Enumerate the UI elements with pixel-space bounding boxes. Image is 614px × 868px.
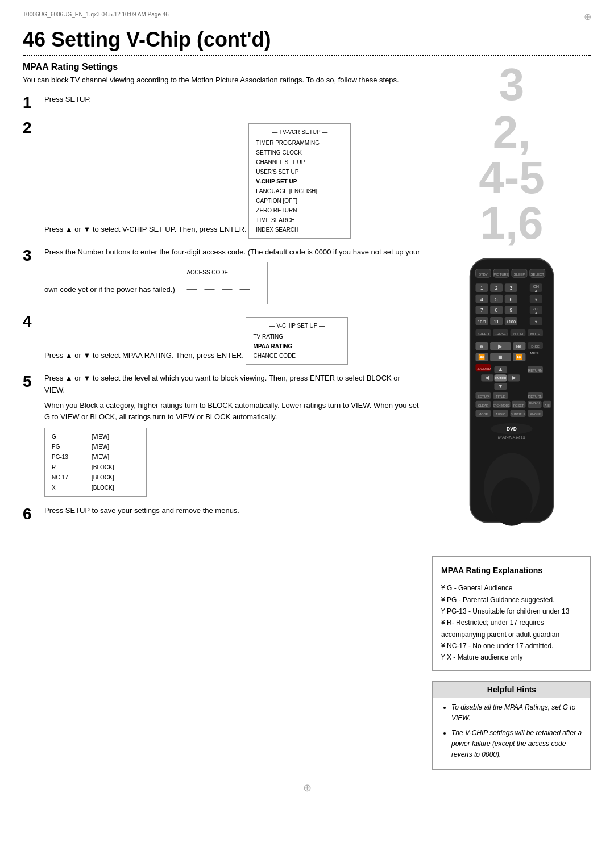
step-4-num: 4 (23, 314, 39, 329)
step-1-num: 1 (23, 95, 39, 111)
step-3-num: 3 (23, 248, 39, 264)
svg-text:SELECT: SELECT (530, 272, 544, 276)
svg-text:◀: ◀ (485, 374, 489, 381)
rating-value-x: [BLOCK] (92, 483, 114, 493)
svg-text:7: 7 (480, 307, 483, 313)
mpaa-item-x: X - Mature audience only (441, 652, 582, 663)
rating-value-r: [BLOCK] (92, 462, 114, 473)
menu2-item-2: MPAA RATING (253, 341, 341, 351)
svg-text:▶: ▶ (498, 343, 503, 349)
svg-text:SRCH MODE: SRCH MODE (493, 404, 511, 407)
left-column: MPAA Rating Settings You can block TV ch… (23, 62, 421, 770)
rating-label-g: G (52, 432, 74, 442)
page-header: T0006UG_6006UG_EN_1.qx3 04.5.12 10:09 AM… (23, 11, 591, 22)
big-number-2: 2, (493, 110, 531, 155)
svg-text:⏮: ⏮ (479, 343, 484, 349)
svg-text:MUTE: MUTE (530, 332, 540, 336)
svg-text:▼: ▼ (498, 383, 504, 389)
step-5-row: 5 Press ▲ or ▼ to select the level at wh… (23, 373, 421, 497)
mpaa-explanations-box: MPAA Rating Explanations G - General Aud… (432, 556, 591, 671)
svg-text:RETURN: RETURN (528, 394, 542, 398)
menu1-item-8: ZERO RETURN (256, 206, 343, 215)
step-4-menu: — V-CHIP SET UP — TV RATING MPAA RATING … (246, 317, 348, 365)
svg-text:RETURN: RETURN (528, 368, 542, 372)
menu1-item-2: SETTING CLOCK (256, 148, 343, 157)
divider (23, 55, 591, 56)
svg-text:9: 9 (509, 307, 512, 313)
rating-value-nc17: [BLOCK] (92, 473, 114, 483)
file-info: T0006UG_6006UG_EN_1.qx3 04.5.12 10:09 AM… (23, 11, 169, 22)
rating-value-pg: [VIEW] (92, 442, 109, 452)
rating-label-nc17: NC-17 (52, 473, 74, 483)
svg-text:TITLE: TITLE (496, 394, 505, 398)
menu1-item-4: USER'S SET UP (256, 167, 343, 177)
step-6-text: Press SETUP to save your settings and re… (44, 506, 239, 515)
menu2-item-1: TV RATING (253, 332, 341, 341)
step-5-num: 5 (23, 374, 39, 390)
rating-label-pg13: PG-13 (52, 452, 74, 462)
svg-text:5: 5 (495, 297, 498, 302)
svg-text:▲: ▲ (534, 310, 538, 315)
step-1-content: Press SETUP. (44, 94, 421, 105)
svg-text:DVD: DVD (507, 426, 517, 432)
step-6-content: Press SETUP to save your settings and re… (44, 505, 421, 516)
svg-text:SLEEP: SLEEP (514, 272, 525, 276)
step-4-row: 4 Press ▲ or ▼ to select MPAA RATING. Th… (23, 312, 421, 365)
svg-text:▼: ▼ (534, 319, 538, 324)
svg-text:3: 3 (509, 285, 512, 291)
section-title: MPAA Rating Settings (23, 62, 421, 72)
mpaa-box-title: MPAA Rating Explanations (441, 564, 582, 578)
mpaa-item-pg13: PG-13 - Unsuitable for children under 13 (441, 606, 582, 617)
menu1-item-7: CAPTION [OFF] (256, 196, 343, 206)
svg-text:DISC: DISC (531, 344, 540, 348)
big-number-45: 4-5 (479, 155, 545, 201)
hint-item-2: The V-CHIP settings will be retained aft… (451, 728, 582, 761)
svg-text:C-RESET: C-RESET (493, 332, 508, 336)
access-code-dashes: — — — — (186, 281, 252, 298)
svg-text:▲: ▲ (498, 366, 504, 372)
step-2-menu: — TV-VCR SETUP — TIMER PROGRAMMING SETTI… (248, 123, 351, 239)
step-2-num: 2 (23, 120, 39, 136)
svg-text:10/0: 10/0 (478, 319, 486, 324)
svg-text:⏪: ⏪ (478, 353, 486, 361)
svg-text:SPEED: SPEED (478, 332, 489, 336)
rating-row-nc17: NC-17 [BLOCK] (52, 473, 139, 483)
svg-text:AUDIO: AUDIO (496, 412, 505, 416)
step-2-row: 2 Press ▲ or ▼ to select V-CHIP SET UP. … (23, 119, 421, 239)
hints-list: To disable all the MPAA Ratings, set G t… (441, 702, 582, 760)
svg-text:CLEAR: CLEAR (478, 404, 488, 407)
menu1-item-10: INDEX SEARCH (256, 225, 343, 235)
svg-text:RECORD: RECORD (476, 366, 491, 370)
svg-text:6: 6 (509, 297, 512, 302)
page-title: 46 Setting V-Chip (cont'd) (23, 28, 591, 52)
step-5-text2: When you Block a category, higher rating… (44, 400, 421, 424)
rating-label-r: R (52, 462, 74, 473)
menu2-title: — V-CHIP SET UP — (253, 321, 341, 331)
remote-control: STBY PICTURE SLEEP SELECT 1 2 3 CH ▲ (449, 252, 574, 545)
rating-label-pg: PG (52, 442, 74, 452)
svg-text:▲: ▲ (534, 288, 538, 293)
svg-text:⏭: ⏭ (516, 343, 522, 349)
rating-label-x: X (52, 483, 74, 493)
rating-row-g: G [VIEW] (52, 432, 139, 442)
svg-text:▶: ▶ (512, 374, 516, 381)
svg-text:PICTURE: PICTURE (493, 272, 509, 276)
svg-text:ANGLE: ANGLE (530, 412, 541, 416)
crosshair-top: ⊕ (584, 11, 591, 22)
svg-text:STBY: STBY (479, 272, 488, 276)
svg-text:⏩: ⏩ (516, 353, 523, 361)
rating-value-pg13: [VIEW] (92, 452, 109, 462)
step-2-text: Press ▲ or ▼ to select V-CHIP SET UP. Th… (44, 225, 247, 233)
mpaa-item-nc17: NC-17 - No one under 17 admitted. (441, 640, 582, 652)
svg-text:A-B: A-B (545, 404, 550, 407)
rating-row-x: X [BLOCK] (52, 483, 139, 493)
step-5-text1: Press ▲ or ▼ to select the level at whic… (44, 373, 421, 397)
rating-row-r: R [BLOCK] (52, 462, 139, 473)
step-3-row: 3 Press the Number buttons to enter the … (23, 247, 421, 305)
svg-text:4: 4 (480, 297, 483, 302)
section-intro: You can block TV channel viewing accordi… (23, 74, 421, 86)
svg-text:ENTER: ENTER (495, 376, 507, 380)
menu1-item-6: LANGUAGE [ENGLISH] (256, 186, 343, 196)
step-1-row: 1 Press SETUP. (23, 94, 421, 111)
right-column: 3 2, 4-5 1,6 STBY PICTURE SLEEP SELECT (432, 62, 591, 770)
